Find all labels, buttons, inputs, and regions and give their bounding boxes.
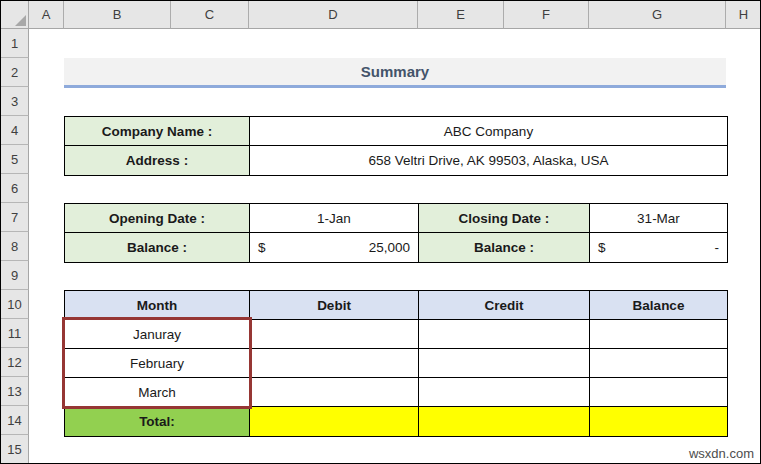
balance-cell-march[interactable] (590, 378, 727, 407)
address-value-cell[interactable]: 658 Veltri Drive, AK 99503, Alaska, USA (250, 146, 727, 175)
credit-cell-march[interactable] (419, 378, 590, 407)
opening-balance-label-cell[interactable]: Balance : (65, 233, 250, 262)
total-balance-cell[interactable] (590, 407, 727, 436)
balance-column-header-cell[interactable]: Balance (590, 291, 727, 320)
row-header-3[interactable]: 3 (1, 87, 29, 116)
total-credit-cell[interactable] (419, 407, 590, 436)
opening-balance-amount: 25,000 (369, 240, 410, 255)
closing-balance-label-cell[interactable]: Balance : (419, 233, 590, 262)
row-header-7[interactable]: 7 (1, 203, 29, 232)
row-header-11[interactable]: 11 (1, 319, 29, 348)
opening-date-label-cell[interactable]: Opening Date : (65, 204, 250, 233)
company-info-table: Company Name : ABC Company Address : 658… (64, 116, 728, 176)
month-cell-february[interactable]: February (65, 349, 250, 378)
debit-cell-january[interactable] (250, 320, 419, 349)
row-header-2[interactable]: 2 (1, 58, 29, 87)
summary-title-cell[interactable]: Summary (64, 58, 726, 88)
row-header-9[interactable]: 9 (1, 261, 29, 290)
month-cell-march[interactable]: March (65, 378, 250, 407)
table-header-row: Month Debit Credit Balance (65, 291, 727, 320)
table-row: Opening Date : 1-Jan Closing Date : 31-M… (65, 204, 727, 233)
row-header-8[interactable]: 8 (1, 232, 29, 261)
currency-symbol: $ (598, 240, 606, 255)
watermark-text: wsxdn.com (689, 446, 754, 461)
row-header-1[interactable]: 1 (1, 29, 29, 58)
month-column-header-cell[interactable]: Month (65, 291, 250, 320)
table-row-total: Total: (65, 407, 727, 436)
total-label-cell[interactable]: Total: (65, 407, 250, 436)
table-row-february: February (65, 349, 727, 378)
column-header-f[interactable]: F (504, 1, 589, 29)
closing-balance-value-cell[interactable]: $ - (590, 233, 727, 262)
row-header-15[interactable]: 15 (1, 435, 29, 464)
column-header-g[interactable]: G (589, 1, 726, 29)
table-row: Address : 658 Veltri Drive, AK 99503, Al… (65, 146, 727, 175)
column-header-c[interactable]: C (171, 1, 249, 29)
closing-balance-amount: - (715, 240, 720, 255)
select-all-corner[interactable] (1, 1, 29, 29)
dates-balance-table: Opening Date : 1-Jan Closing Date : 31-M… (64, 203, 728, 263)
credit-column-header-cell[interactable]: Credit (419, 291, 590, 320)
row-header-10[interactable]: 10 (1, 290, 29, 319)
column-header-h[interactable]: H (726, 1, 761, 29)
address-label-cell[interactable]: Address : (65, 146, 250, 175)
company-name-label-cell[interactable]: Company Name : (65, 117, 250, 146)
balance-cell-february[interactable] (590, 349, 727, 378)
column-header-a[interactable]: A (29, 1, 64, 29)
row-header-13[interactable]: 13 (1, 377, 29, 406)
total-debit-cell[interactable] (250, 407, 419, 436)
column-header-b[interactable]: B (64, 1, 171, 29)
months-table: Month Debit Credit Balance Januray Febru… (64, 290, 728, 437)
month-cell-january[interactable]: Januray (65, 320, 250, 349)
row-header-14[interactable]: 14 (1, 406, 29, 435)
row-header-6[interactable]: 6 (1, 174, 29, 203)
debit-cell-february[interactable] (250, 349, 419, 378)
company-name-value-cell[interactable]: ABC Company (250, 117, 727, 146)
opening-balance-value-cell[interactable]: $ 25,000 (250, 233, 419, 262)
currency-symbol: $ (258, 240, 266, 255)
closing-date-value-cell[interactable]: 31-Mar (590, 204, 727, 233)
debit-column-header-cell[interactable]: Debit (250, 291, 419, 320)
debit-cell-march[interactable] (250, 378, 419, 407)
table-row-january: Januray (65, 320, 727, 349)
row-header-12[interactable]: 12 (1, 348, 29, 377)
credit-cell-february[interactable] (419, 349, 590, 378)
row-header-4[interactable]: 4 (1, 116, 29, 145)
table-row-march: March (65, 378, 727, 407)
excel-worksheet: A B C D E F G H 1 2 3 4 5 6 7 8 9 10 11 … (0, 0, 761, 464)
select-all-triangle-icon (15, 15, 26, 26)
opening-date-value-cell[interactable]: 1-Jan (250, 204, 419, 233)
closing-date-label-cell[interactable]: Closing Date : (419, 204, 590, 233)
balance-cell-january[interactable] (590, 320, 727, 349)
table-row: Company Name : ABC Company (65, 117, 727, 146)
row-header-5[interactable]: 5 (1, 145, 29, 174)
column-header-d[interactable]: D (249, 1, 418, 29)
table-row: Balance : $ 25,000 Balance : $ - (65, 233, 727, 262)
column-header-e[interactable]: E (418, 1, 504, 29)
credit-cell-january[interactable] (419, 320, 590, 349)
